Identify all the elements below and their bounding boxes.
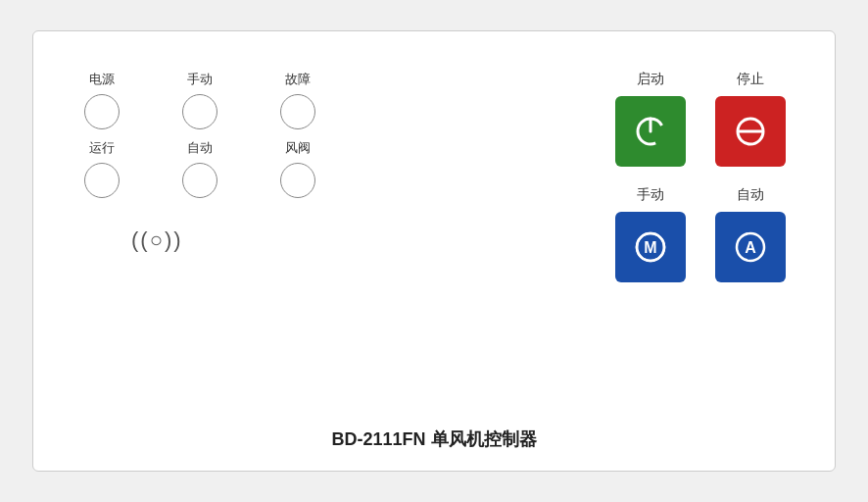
power-icon	[629, 110, 672, 153]
start-label: 启动	[637, 71, 664, 88]
indicator-fault-circle	[280, 94, 315, 129]
wifi-symbol: ((○))	[131, 227, 183, 253]
indicator-valve: 风阀	[268, 139, 327, 198]
indicator-manual-label: 手动	[187, 71, 213, 88]
auto-icon: A	[729, 226, 772, 269]
svg-text:M: M	[644, 239, 656, 256]
auto-button[interactable]: A	[715, 212, 786, 282]
indicator-row-2: 运行 自动 风阀	[72, 139, 327, 198]
control-panel: 电源 手动 故障 运行 自动 风阀	[32, 30, 836, 472]
indicator-power-circle	[84, 94, 120, 129]
indicator-auto-circle	[182, 163, 217, 198]
start-button[interactable]	[615, 96, 686, 167]
indicator-power: 电源	[72, 71, 131, 129]
indicator-manual: 手动	[170, 71, 229, 129]
indicator-auto-label: 自动	[187, 139, 213, 157]
indicator-run: 运行	[72, 139, 131, 198]
indicator-row-1: 电源 手动 故障	[72, 71, 327, 129]
indicators-section: 电源 手动 故障 运行 自动 风阀	[72, 71, 327, 208]
start-group: 启动	[615, 71, 686, 167]
indicator-valve-circle	[280, 163, 315, 198]
manual-icon: M	[629, 226, 672, 269]
stop-button[interactable]	[715, 96, 786, 167]
indicator-fault-label: 故障	[285, 71, 311, 88]
indicator-auto: 自动	[170, 139, 229, 198]
panel-title: BD-2111FN 单风机控制器	[331, 427, 536, 451]
stop-label: 停止	[737, 71, 764, 88]
stop-icon	[729, 110, 772, 153]
indicator-fault: 故障	[268, 71, 327, 129]
manual-btn-label: 手动	[637, 186, 664, 204]
indicator-run-label: 运行	[89, 139, 115, 157]
auto-group: 自动 A	[715, 186, 786, 282]
indicator-manual-circle	[182, 94, 217, 129]
svg-text:A: A	[745, 239, 756, 256]
manual-group: 手动 M	[615, 186, 686, 282]
buttons-section: 启动 停止 手动 M	[615, 71, 786, 282]
stop-group: 停止	[715, 71, 786, 167]
auto-btn-label: 自动	[737, 186, 764, 204]
indicator-power-label: 电源	[89, 71, 115, 88]
indicator-run-circle	[84, 163, 120, 198]
indicator-valve-label: 风阀	[285, 139, 311, 157]
manual-button[interactable]: M	[615, 212, 686, 282]
